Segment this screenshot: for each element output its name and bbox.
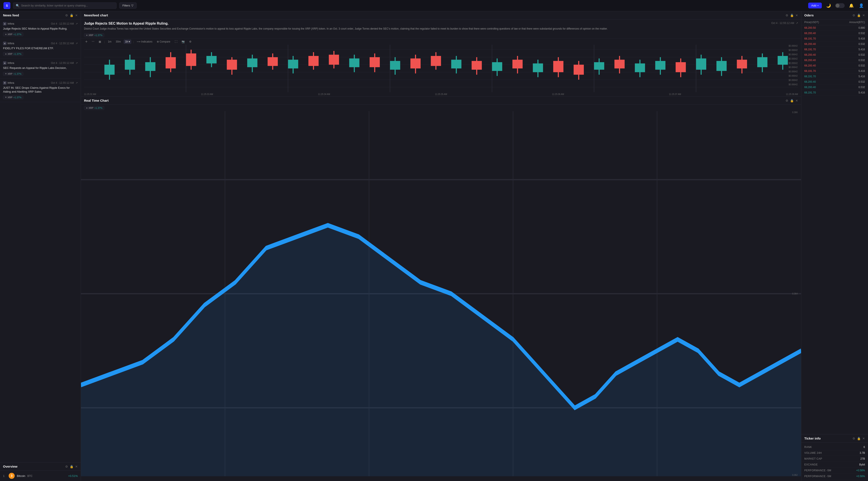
newsfeed-chart-panel: Newsfeed chart ⚙ 🔒 ✕ Judge Rejects SEC M… (81, 11, 801, 96)
close-icon[interactable]: ✕ (862, 13, 865, 17)
lock-icon[interactable]: 🔒 (857, 13, 861, 17)
chart-bar-btn[interactable]: ▦ (97, 39, 102, 44)
source-icon: ◆ (3, 42, 6, 45)
chart-1h-btn[interactable]: 1h ▾ (124, 39, 131, 44)
source-icon: ◆ (3, 22, 6, 26)
realtime-chart-panel: Real Time Chart ⚙ 🔒 ✕ ✕ XRP +1.37% (81, 96, 801, 481)
settings-icon[interactable]: ⚙ (785, 99, 788, 102)
realtime-ticker-row: ✕ XRP +1.37% (81, 105, 801, 111)
svg-rect-51 (492, 62, 502, 71)
lock-icon[interactable]: 🔒 (70, 13, 73, 17)
external-link-icon[interactable]: ↗ (75, 42, 78, 45)
orders-list: 68,200.50 0.880 68,200.40 0.532 68,191.7… (801, 25, 868, 434)
settings-icon[interactable]: ⚙ (785, 13, 788, 17)
news-meta: ◆ Infora Oct 4 · 12.55:12 AM ↗ (3, 61, 78, 65)
article-title: Judge Rejects SEC Motion to Appeal Rippl… (84, 22, 767, 26)
chart-crosshair-btn[interactable]: ✛ (84, 39, 89, 44)
overview-controls: ⚙ 🔒 ✕ (65, 465, 78, 468)
orders-header: Oders ⚙ 🔒 ✕ (801, 11, 868, 20)
chart-30m-btn[interactable]: 30m (115, 39, 122, 44)
realtime-chart-controls: ⚙ 🔒 ✕ (785, 99, 798, 102)
svg-rect-55 (533, 63, 543, 72)
chart-1m-btn[interactable]: 1m (106, 39, 113, 44)
ticker-info-row: MARKET CAP 27B (801, 456, 868, 462)
external-link-icon[interactable]: ↗ (75, 62, 78, 65)
add-button[interactable]: Add + (808, 3, 822, 8)
news-feed-list: ◆ Infora Oct 4 · 12.55:12 AM ↗ Judge Rej… (0, 20, 81, 462)
svg-rect-13 (104, 65, 115, 75)
realtime-ticker-badge[interactable]: ✕ XRP +1.37% (84, 106, 104, 110)
lock-icon[interactable]: 🔒 (857, 437, 861, 440)
lock-icon[interactable]: 🔒 (70, 465, 73, 468)
center-panel: Newsfeed chart ⚙ 🔒 ✕ Judge Rejects SEC M… (81, 11, 801, 481)
external-link-icon[interactable]: ↗ (75, 82, 78, 85)
chart-indicators-btn[interactable]: ⟿ Indicators (135, 39, 154, 44)
filters-button[interactable]: Filters ▽ (119, 2, 137, 9)
logo-icon: S (3, 2, 10, 9)
ticker-info-header: Ticker info ⚙ 🔒 ✕ (801, 435, 868, 443)
order-row: 68,200.40 0.532 (801, 52, 868, 58)
svg-rect-15 (125, 60, 135, 69)
svg-rect-79 (778, 56, 788, 65)
article-date: Oct 4 · 12.55:12 AM ↗ (771, 22, 798, 25)
search-bar[interactable]: 🔍 (13, 2, 117, 9)
svg-marker-87 (81, 225, 801, 476)
orders-controls: ⚙ 🔒 ✕ (852, 13, 865, 17)
svg-rect-73 (716, 61, 726, 71)
order-row: 68,200.40 0.532 (801, 31, 868, 36)
svg-rect-77 (757, 57, 767, 67)
user-avatar-icon[interactable]: 👤 (858, 2, 865, 9)
notifications-icon[interactable]: 🔔 (848, 2, 855, 9)
indicators-icon: ⟿ (137, 40, 141, 43)
news-meta: ◆ Infora Oct 4 · 12.55:12 AM ↗ (3, 22, 78, 26)
newsfeed-chart-header: Newsfeed chart ⚙ 🔒 ✕ (81, 11, 801, 20)
chart-camera-btn[interactable]: 📷 (180, 39, 186, 44)
ticker-badge[interactable]: ✕ XRP +1.37% (3, 52, 23, 56)
svg-rect-17 (145, 62, 155, 71)
order-row: 68,191.70 5.416 (801, 74, 868, 79)
chart-controls: ✛ 〰 ▦ | 1m 30m 1h ▾ | ⟿ Indicators ⊕ Com… (81, 38, 801, 45)
external-link-icon[interactable]: ↗ (75, 22, 78, 25)
svg-rect-23 (207, 56, 217, 63)
theme-toggle-icon[interactable]: 🌙 (825, 2, 832, 9)
search-input[interactable] (21, 4, 114, 7)
svg-rect-53 (513, 60, 523, 68)
price-labels: $0.06642 $0.06642 $0.06642 $0.06642 $0.0… (788, 45, 798, 86)
close-icon[interactable]: ✕ (862, 437, 865, 440)
settings-icon[interactable]: ⚙ (852, 13, 855, 17)
news-meta: ◆ Infora Oct 4 · 12.55:12 AM ↗ (3, 42, 78, 45)
svg-rect-65 (635, 63, 645, 72)
close-icon[interactable]: ✕ (75, 13, 78, 17)
settings-icon[interactable]: ⚙ (65, 465, 68, 468)
order-row: 68,200.40 0.532 (801, 41, 868, 47)
chart-ticker-badge[interactable]: ✕ XRP +1.37% (84, 33, 104, 37)
chart-settings-btn[interactable]: ⚙ (188, 39, 193, 44)
close-icon[interactable]: ✕ (796, 13, 798, 17)
news-feed-controls: ⚙ 🔒 ✕ (65, 13, 78, 17)
chart-expand-btn[interactable]: ⛶ (174, 39, 179, 44)
external-link-icon[interactable]: ↗ (796, 22, 798, 25)
svg-rect-47 (451, 60, 461, 68)
svg-rect-71 (696, 59, 706, 70)
news-feed-header: News feed ⚙ 🔒 ✕ (0, 11, 81, 20)
ticker-badge[interactable]: ✕ XRP +1.37% (3, 95, 23, 99)
theme-toggle[interactable] (835, 3, 845, 8)
close-icon[interactable]: ✕ (75, 465, 78, 468)
chart-line-btn[interactable]: 〰 (90, 39, 96, 44)
close-icon[interactable]: ✕ (796, 99, 798, 102)
news-meta: ◆ Infora Oct 4 · 12.55:12 AM ↗ (3, 81, 78, 85)
overview-title: Overview (3, 464, 65, 468)
news-item: ◆ Infora Oct 4 · 12.55:12 AM ↗ FIDELITY … (0, 39, 81, 59)
ticker-badge[interactable]: ✕ XRP +1.37% (3, 32, 23, 36)
news-item: ◆ Infora Oct 4 · 12.55:12 AM ↗ JUST IN: … (0, 78, 81, 102)
chart-compare-btn[interactable]: ⊕ Compare (155, 39, 172, 44)
svg-rect-29 (268, 57, 278, 66)
svg-rect-75 (737, 60, 747, 68)
svg-rect-57 (553, 61, 563, 72)
lock-icon[interactable]: 🔒 (790, 99, 794, 102)
lock-icon[interactable]: 🔒 (790, 13, 794, 17)
settings-icon[interactable]: ⚙ (852, 437, 855, 440)
svg-rect-67 (655, 61, 665, 70)
settings-icon[interactable]: ⚙ (65, 13, 68, 17)
ticker-badge[interactable]: ✕ XRP +1.37% (3, 72, 23, 76)
